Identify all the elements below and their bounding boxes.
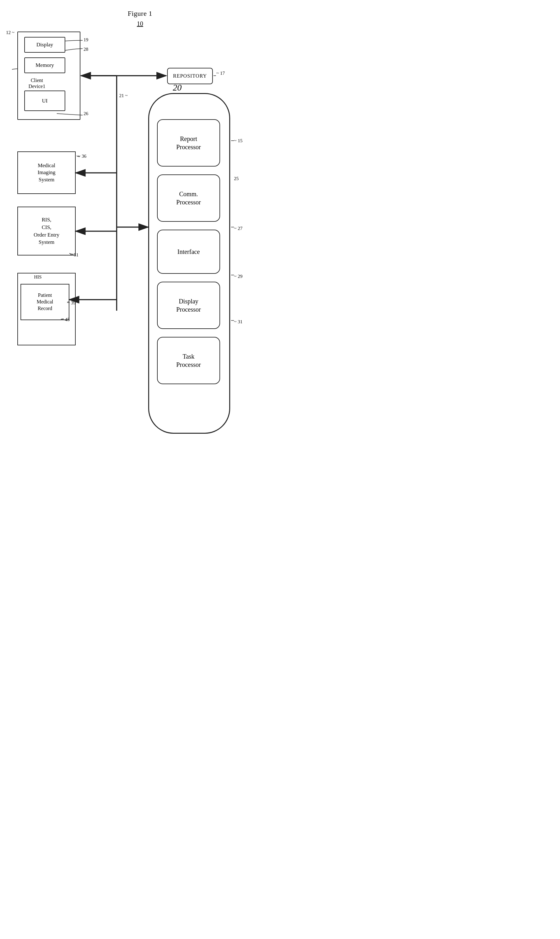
ref-45-label: ~ 45 (61, 317, 70, 322)
ref-39-label: ~ 39 (67, 300, 76, 306)
display-label: Display (37, 42, 53, 48)
ref-25-label: 25 (234, 176, 239, 182)
ref-19-label: 19 (83, 37, 88, 43)
his-inner-box: PatientMedicalRecord (20, 284, 69, 320)
figure-title: Figure 1 (0, 0, 280, 18)
ref-17-label: ~ 17 (216, 71, 225, 76)
ref-26-label: 26 (83, 111, 88, 116)
report-processor-box: ReportProcessor (157, 119, 220, 166)
medical-imaging-box: MedicalImagingSystem (17, 151, 76, 194)
ref-28-label: 28 (83, 47, 88, 52)
ref-36-label: ~ 36 (78, 154, 86, 159)
comm-processor-box: Comm.Processor (157, 174, 220, 222)
display-processor-box: DisplayProcessor (157, 282, 220, 329)
ui-label: UI (42, 98, 48, 104)
ref-27-label: ~ 27 (234, 226, 243, 231)
page: Figure 1 10 Display Memory UI ClientDevi… (0, 0, 280, 469)
ref-29-label: ~ 29 (234, 274, 243, 279)
ref-21-label: 21 ~ (119, 93, 128, 99)
his-inner-label: PatientMedicalRecord (37, 292, 53, 312)
memory-box: Memory (24, 57, 65, 73)
medical-imaging-label: MedicalImagingSystem (37, 162, 55, 183)
repository-label: REPOSITORY (173, 73, 207, 79)
ref-31-label: ~ 31 (234, 319, 243, 325)
task-processor-box: TaskProcessor (157, 337, 220, 384)
his-outer-label: HIS (34, 274, 42, 280)
ref-12-label: 12 ~ (6, 30, 14, 35)
client-device-box: Display Memory UI ClientDevice1 (17, 32, 80, 120)
ris-cis-label: RIS,CIS,Order EntrySystem (34, 216, 60, 246)
interface-box: Interface (157, 229, 220, 274)
ris-cis-box: RIS,CIS,Order EntrySystem (17, 206, 76, 256)
ref-15-label: ~ 15 (234, 138, 243, 143)
client-device-label: ClientDevice1 (23, 77, 51, 89)
system-20-label: 20 (173, 83, 182, 93)
system-20-container: ReportProcessor Comm.Processor Interface… (148, 93, 230, 434)
ref-10: 10 (0, 20, 280, 28)
display-box: Display (24, 37, 65, 53)
repository-box: REPOSITORY (167, 68, 213, 84)
memory-label: Memory (35, 62, 54, 68)
ui-box: UI (24, 91, 65, 111)
ref-51-label: ~ 51 (70, 252, 78, 258)
